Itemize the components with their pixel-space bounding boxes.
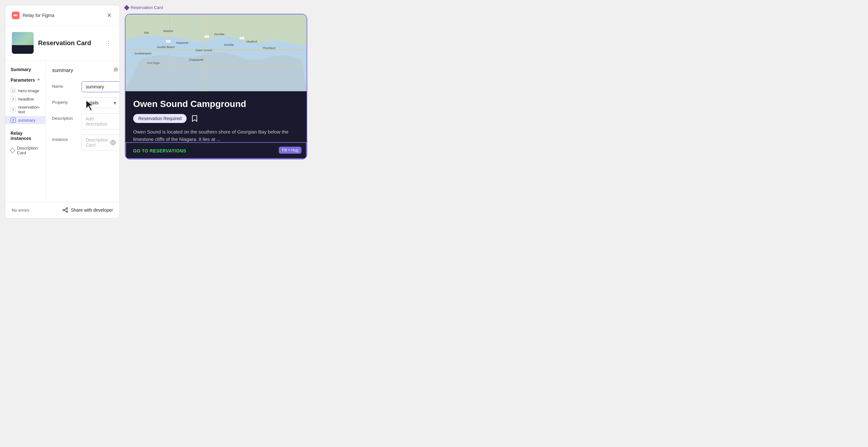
svg-line-17: [65, 210, 67, 211]
property-label: Property: [52, 97, 78, 105]
svg-rect-4: [114, 69, 115, 72]
figma-label-text: Reservation Card: [131, 5, 163, 10]
name-label: Name: [52, 81, 78, 89]
param-label-headline: headline: [18, 97, 34, 101]
name-field-row: Name: [52, 81, 120, 92]
property-field-row: Property details text title description …: [52, 97, 120, 108]
svg-text:Hepworth: Hepworth: [176, 41, 188, 44]
svg-text:Mar: Mar: [144, 31, 149, 34]
instance-field-control: Description Card: [82, 135, 120, 150]
name-input[interactable]: [82, 81, 120, 92]
thumbnail-map-bg: [12, 32, 34, 54]
description-field-control: Add description: [82, 113, 120, 129]
svg-text:Sauble Beach: Sauble Beach: [157, 46, 175, 49]
right-panel: Reservation Card Southam: [125, 0, 434, 224]
svg-text:Thornbury: Thornbury: [262, 47, 276, 50]
param-item-headline[interactable]: T headline: [5, 95, 45, 103]
description-field-row: Description Add description: [52, 113, 120, 129]
no-errors-label: No errors: [12, 208, 29, 213]
svg-rect-40: [239, 36, 245, 40]
parameters-list: ⊡ hero-image T headline T reservation-te…: [5, 86, 45, 124]
corner-handle-br: [305, 157, 307, 159]
panel-header: Relay for Figma ✕: [5, 5, 119, 26]
card-cta-text: GO TO RESERVATIONS: [133, 148, 186, 153]
parameters-title: Parameters: [10, 78, 35, 83]
svg-point-7: [111, 140, 115, 145]
corner-handle-tl: [125, 14, 127, 16]
card-tags: Reservation Required: [133, 114, 299, 123]
add-parameter-button[interactable]: +: [37, 77, 40, 83]
fill-hug-badge: Fill × Hug: [279, 147, 302, 154]
panel-footer: No errors Share with developer: [5, 202, 119, 218]
svg-rect-39: [204, 35, 209, 38]
corner-handle-bl: [125, 157, 127, 159]
svg-text:Owen Sound: Owen Sound: [195, 49, 212, 52]
svg-point-14: [63, 209, 65, 211]
header-left: Relay for Figma: [12, 11, 54, 19]
svg-rect-2: [114, 68, 118, 69]
app-title: Relay for Figma: [23, 13, 54, 18]
share-with-developer-button[interactable]: Share with developer: [62, 207, 113, 213]
left-panel: Relay for Figma ✕ Reservation Card ⋮ Sum…: [5, 5, 120, 218]
relay-instances-list: Description Card: [5, 144, 45, 157]
summary-section-title: Summary: [5, 66, 45, 75]
svg-point-15: [66, 211, 68, 213]
svg-text:Kemble: Kemble: [224, 43, 234, 47]
param-label-hero-image: hero-image: [18, 88, 39, 93]
svg-rect-38: [166, 40, 171, 43]
close-button[interactable]: ✕: [105, 10, 113, 20]
text-param-icon-headline: T: [10, 96, 16, 101]
target-icon[interactable]: [110, 139, 116, 146]
sidebar: Summary Parameters + ⊡ hero-image T head…: [5, 61, 46, 202]
image-param-icon: ⊡: [10, 88, 16, 93]
description-label: Description: [52, 113, 78, 121]
corner-handle-tr: [305, 14, 307, 16]
instance-value: Description Card: [86, 137, 110, 148]
svg-text:Southampton: Southampton: [134, 52, 152, 55]
thumbnail-dark-overlay: [12, 45, 34, 54]
parameters-section-header: Parameters +: [5, 75, 45, 86]
reservation-required-tag: Reservation Required: [133, 114, 187, 123]
property-select[interactable]: details text title description: [82, 97, 120, 108]
text-param-icon-reservation: T: [10, 107, 16, 112]
svg-point-13: [66, 208, 68, 209]
svg-text:Chatsworth: Chatsworth: [189, 58, 204, 61]
instance-field-row: Instance Description Card: [52, 135, 120, 150]
description-input[interactable]: Add description: [82, 113, 120, 129]
param-item-hero-image[interactable]: ⊡ hero-image: [5, 86, 45, 95]
svg-rect-6: [117, 69, 118, 72]
card-info: Owen Sound Campground Reservation Requir…: [125, 91, 307, 143]
param-item-reservation-text[interactable]: T reservation-text: [5, 103, 45, 116]
relay-instance-description-card[interactable]: Description Card: [5, 144, 45, 157]
figma-diamond-icon: [124, 5, 130, 10]
delete-button[interactable]: [112, 66, 120, 75]
svg-line-16: [65, 209, 67, 210]
component-name: Reservation Card: [38, 39, 91, 47]
more-options-button[interactable]: ⋮: [104, 38, 113, 48]
panel-body: Summary Parameters + ⊡ hero-image T head…: [5, 61, 119, 202]
card-footer-wrapper: GO TO RESERVATIONS Fill × Hug: [125, 143, 307, 159]
instance-label: Instance: [52, 135, 78, 142]
relay-instance-label: Description Card: [17, 146, 40, 155]
component-header-left: Reservation Card: [12, 32, 91, 54]
detail-header: summary: [52, 66, 120, 75]
detail-panel: summary Name: [46, 61, 120, 202]
component-thumbnail: [12, 32, 34, 54]
card-description: Owen Sound is located on the southern sh…: [133, 128, 299, 143]
relay-app-icon: [12, 11, 20, 19]
figma-component-label: Reservation Card: [125, 5, 429, 10]
property-select-wrapper: details text title description ▾: [82, 97, 120, 108]
param-item-summary[interactable]: T summary: [5, 116, 45, 124]
svg-point-8: [112, 142, 114, 144]
card-map-area: Southampton Sauble Beach Hepworth Owen S…: [125, 14, 307, 91]
share-label: Share with developer: [71, 208, 113, 213]
svg-point-0: [14, 14, 16, 16]
bookmark-icon[interactable]: [190, 114, 199, 123]
svg-rect-3: [115, 67, 117, 68]
share-icon: [62, 207, 68, 213]
svg-text:Port Elgin: Port Elgin: [147, 61, 160, 65]
map-svg: Southampton Sauble Beach Hepworth Owen S…: [125, 14, 307, 91]
svg-text:Kernble: Kernble: [214, 33, 224, 36]
component-header: Reservation Card ⋮: [5, 26, 119, 61]
detail-title: summary: [52, 67, 73, 73]
